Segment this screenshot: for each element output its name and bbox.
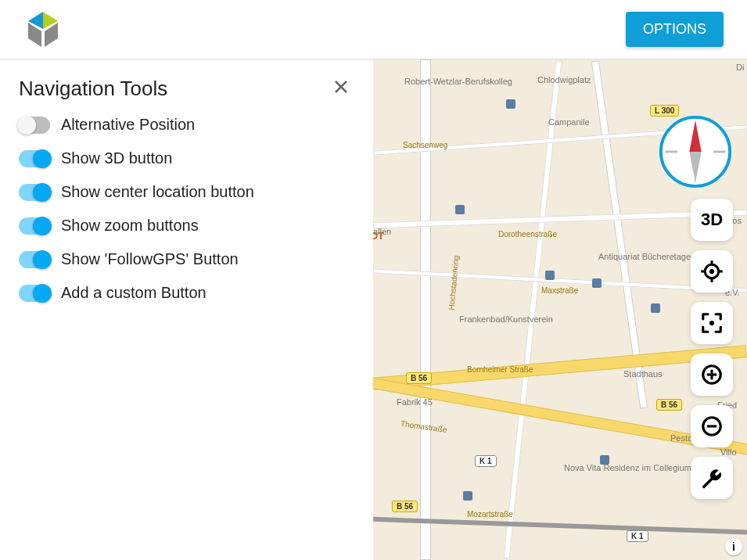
btn-zoom-out[interactable]	[691, 405, 733, 447]
map-view[interactable]: Robert-Wetzlar-Berufskolleg Chlodwigplat…	[373, 59, 747, 560]
map-place-label: Robert-Wetzlar-Berufskolleg	[404, 77, 490, 86]
map-place-label: Fabrik 45	[397, 397, 433, 407]
toggle-follow-gps: Show 'FollowGPS' Button	[19, 250, 354, 268]
btn-center-location[interactable]	[691, 250, 733, 293]
toggle-show-3d: Show 3D button	[19, 149, 354, 167]
map-road-label: Dorotheenstraße	[498, 230, 557, 239]
route-badge: B 56	[406, 372, 432, 384]
toggle-switch[interactable]	[19, 285, 50, 302]
sidebar-header: Navigation Tools	[19, 75, 354, 102]
toggle-switch[interactable]	[19, 251, 50, 268]
toggle-switch[interactable]	[19, 117, 50, 134]
toggle-switch[interactable]	[19, 217, 50, 235]
btn-follow-gps[interactable]	[691, 302, 733, 344]
map-road-label: Mozartstraße	[467, 510, 513, 519]
map-place-label: Nova Vita Residenz im Collegium Leoninum	[564, 463, 658, 472]
map-place-label: Antiquariat Bücheretage	[598, 252, 669, 261]
toggle-center-location: Show center location button	[19, 183, 354, 201]
minus-circle-icon	[700, 415, 724, 438]
route-badge: K 1	[475, 455, 497, 467]
toggle-label: Add a custom Button	[61, 284, 207, 302]
toggle-label: Show 'FollowGPS' Button	[61, 250, 239, 268]
route-badge: B 56	[392, 501, 418, 512]
sidebar-panel: Navigation Tools Alternative Position Sh…	[0, 59, 373, 560]
map-place-label: Stadthaus	[623, 369, 663, 379]
btn-3d[interactable]: 3D	[691, 199, 733, 241]
wrench-icon	[700, 466, 724, 490]
map-marker: OT	[373, 230, 384, 242]
options-button[interactable]: OPTIONS	[626, 12, 724, 47]
sidebar-title: Navigation Tools	[19, 77, 167, 101]
toggle-label: Show center location button	[61, 183, 254, 201]
route-badge: B 56	[656, 399, 682, 411]
close-icon[interactable]	[328, 75, 354, 102]
toggle-custom-button: Add a custom Button	[19, 284, 354, 302]
svg-point-12	[709, 269, 714, 274]
map-road-label: Hochstadenring	[447, 255, 460, 311]
toggle-label: Show 3D button	[61, 149, 172, 167]
map-place-label: Frankenbad/Kunstverein	[459, 314, 530, 324]
map-place-label: Chlodwigplatz	[537, 75, 591, 84]
toggle-label: Alternative Position	[61, 116, 195, 134]
content-area: Navigation Tools Alternative Position Sh…	[0, 59, 747, 560]
app-header: OPTIONS	[0, 0, 747, 59]
map-place-label: Di	[736, 63, 744, 72]
info-icon[interactable]: i	[725, 538, 742, 555]
btn-zoom-in[interactable]	[691, 354, 733, 396]
route-badge: K 1	[627, 530, 648, 542]
map-road-label: Bornheimer Straße	[467, 365, 533, 374]
crosshair-icon	[700, 260, 724, 283]
toggle-switch[interactable]	[19, 150, 50, 167]
svg-point-17	[709, 321, 714, 325]
compass[interactable]	[658, 114, 733, 189]
map-controls: 3D	[691, 199, 733, 499]
toggle-alternative-position: Alternative Position	[19, 116, 354, 134]
focus-icon	[700, 311, 724, 335]
toggle-label: Show zoom buttons	[61, 217, 199, 235]
map-road-label: Maxstraße	[541, 286, 578, 295]
toggle-zoom-buttons: Show zoom buttons	[19, 217, 354, 235]
app-logo	[23, 10, 63, 49]
btn-custom-wrench[interactable]	[691, 457, 733, 499]
plus-circle-icon	[700, 363, 724, 386]
map-place-label: Campanile	[548, 117, 590, 127]
toggle-switch[interactable]	[19, 184, 50, 201]
map-road-label: Sachsenweg	[403, 141, 447, 149]
